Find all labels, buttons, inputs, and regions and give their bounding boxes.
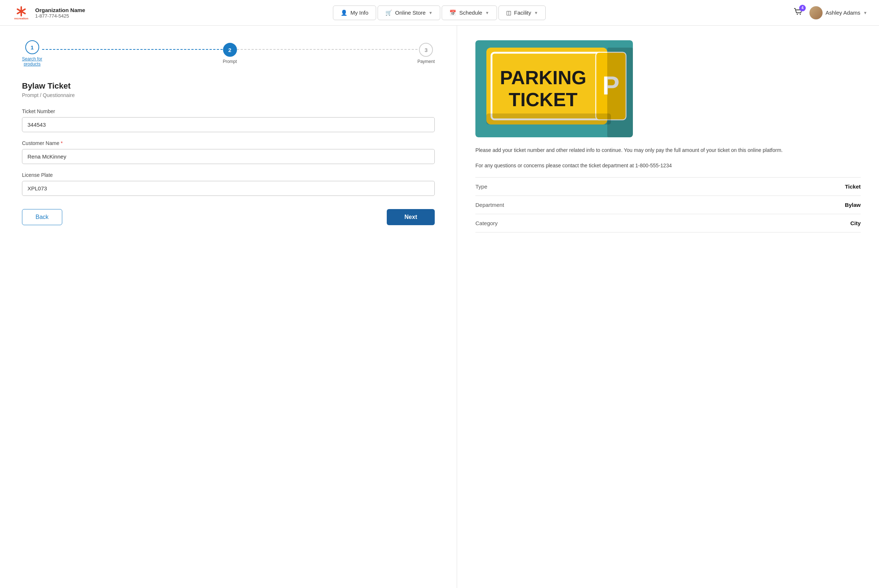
nav-facility[interactable]: ◫ Facility ▼ [499,6,546,20]
customer-name-label: Customer Name * [22,140,435,146]
svg-text:PARKING: PARKING [500,67,586,88]
facility-icon: ◫ [506,9,511,16]
header: recreation Organization Name 1-877-774-5… [0,0,879,26]
svg-text:TICKET: TICKET [509,89,578,110]
nav-my-info[interactable]: 👤 My Info [333,6,376,20]
svg-rect-16 [486,114,611,124]
org-name: Organization Name [35,7,85,13]
ticket-number-label: Ticket Number [22,108,435,114]
header-left: recreation Organization Name 1-877-774-5… [12,3,85,22]
nav-online-store[interactable]: 🛒 Online Store ▼ [378,6,440,20]
info-row-department: Department Bylaw [475,196,861,214]
svg-point-5 [797,14,798,15]
step-2-circle: 2 [223,43,237,57]
nav-schedule[interactable]: 📅 Schedule ▼ [442,6,497,20]
license-plate-label: License Plate [22,172,435,178]
form-subtitle: Prompt / Questionnaire [22,92,435,98]
calendar-icon: 📅 [449,9,456,16]
step-1-label: Search forproducts [22,56,42,67]
info-row-category: Category City [475,214,861,232]
ticket-number-input[interactable] [22,117,435,132]
info-category-label: Category [475,220,498,226]
description-2: For any questions or concerns please con… [475,162,861,170]
step-connector-2-3 [237,49,418,50]
main-layout: 1 Search forproducts 2 Prompt 3 [0,26,879,588]
parking-ticket-image: PARKING TICKET P [475,40,633,137]
nav-my-info-label: My Info [350,9,368,16]
svg-text:recreation: recreation [14,17,29,20]
org-phone: 1-877-774-5425 [35,13,85,19]
header-right: 4 Ashley Adams ▼ [793,6,867,20]
chevron-down-icon-3: ▼ [534,10,538,15]
button-row: Back Next [22,209,435,225]
avatar [810,6,823,20]
right-panel: PARKING TICKET P Please add your ticket … [457,26,879,588]
info-department-value: Bylaw [845,202,861,208]
step-3-circle: 3 [419,43,433,57]
chevron-down-icon: ▼ [428,10,433,15]
nav-facility-label: Facility [514,9,532,16]
chevron-down-icon-user: ▼ [863,10,867,15]
xplor-logo: recreation [12,3,31,22]
stepper: 1 Search forproducts 2 Prompt 3 [22,40,435,67]
license-plate-input[interactable] [22,181,435,196]
org-info: Organization Name 1-877-774-5425 [35,7,85,19]
customer-name-group: Customer Name * [22,140,435,164]
info-row-type: Type Ticket [475,178,861,196]
step-1-link[interactable]: Search forproducts [22,56,42,67]
description-1: Please add your ticket number and other … [475,146,861,154]
ticket-image-container: PARKING TICKET P [475,40,633,137]
ticket-number-group: Ticket Number [22,108,435,132]
svg-point-6 [800,14,801,15]
cart-icon: 🛒 [385,9,392,16]
next-button[interactable]: Next [387,209,435,225]
nav-schedule-label: Schedule [459,9,482,16]
info-table: Type Ticket Department Bylaw Category Ci… [475,177,861,232]
svg-rect-15 [607,48,633,137]
info-department-label: Department [475,202,504,208]
chevron-down-icon-2: ▼ [485,10,489,15]
user-menu[interactable]: Ashley Adams ▼ [810,6,867,20]
person-icon: 👤 [341,9,347,16]
nav-online-store-label: Online Store [395,9,425,16]
step-connector-1-2 [42,49,223,50]
info-category-value: City [850,220,861,226]
step-1-circle: 1 [25,40,39,54]
header-nav: 👤 My Info 🛒 Online Store ▼ 📅 Schedule ▼ … [333,6,546,20]
required-indicator: * [61,140,63,146]
info-type-value: Ticket [845,183,861,190]
cart-button[interactable]: 4 [793,7,804,19]
license-plate-group: License Plate [22,172,435,196]
info-type-label: Type [475,183,487,190]
form-title: Bylaw Ticket [22,81,435,91]
cart-badge: 4 [799,5,806,11]
step-1: 1 Search forproducts [22,40,42,67]
step-3: 3 Payment [418,43,435,64]
back-button[interactable]: Back [22,209,62,225]
step-3-label: Payment [418,59,435,64]
step-2: 2 Prompt [223,43,237,64]
customer-name-input[interactable] [22,149,435,164]
step-2-label: Prompt [223,59,237,64]
user-name: Ashley Adams [825,9,860,16]
left-panel: 1 Search forproducts 2 Prompt 3 [0,26,457,588]
